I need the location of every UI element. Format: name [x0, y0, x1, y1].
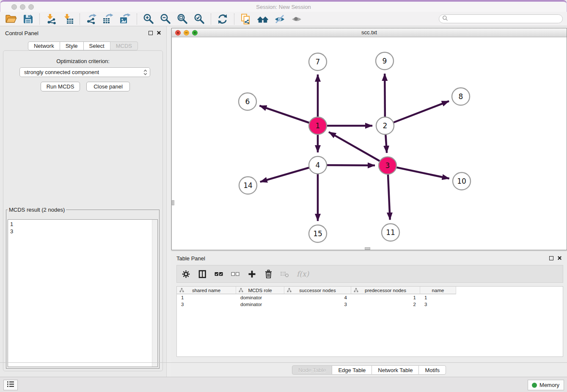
task-history-button[interactable]	[3, 380, 18, 390]
graph-node-14[interactable]: 14	[239, 177, 257, 194]
import-network-button[interactable]	[43, 12, 60, 26]
table-cell[interactable]: 3	[177, 301, 236, 308]
search-input[interactable]	[448, 16, 562, 22]
graph-node-15[interactable]: 15	[309, 225, 327, 243]
frame-minimize-icon[interactable]	[184, 30, 189, 36]
first-neighbors-button[interactable]	[254, 12, 271, 26]
column-header-shared-name[interactable]: shared name	[177, 287, 236, 294]
frame-close-icon[interactable]	[175, 30, 181, 36]
run-mcds-button[interactable]: Run MCDS	[41, 82, 80, 91]
table-cell[interactable]: 4	[284, 294, 351, 301]
main-toolbar	[0, 12, 567, 26]
float-panel-icon[interactable]	[149, 31, 153, 35]
network-view[interactable]: 7968124314101511	[172, 37, 567, 250]
table-cell[interactable]: 2	[351, 301, 420, 308]
export-network-button[interactable]	[83, 12, 100, 26]
tab-mcds[interactable]: MCDS	[110, 41, 138, 50]
column-header-name[interactable]: name	[420, 287, 456, 294]
show-columns-button[interactable]	[198, 270, 207, 278]
column-label: predecessor nodes	[351, 288, 420, 293]
deselect-all-button[interactable]	[231, 271, 240, 277]
close-table-panel-icon[interactable]	[557, 255, 562, 262]
save-session-button[interactable]	[19, 12, 36, 26]
tab-select[interactable]: Select	[83, 41, 110, 50]
column-header-predecessor-nodes[interactable]: predecessor nodes	[351, 287, 420, 294]
close-panel-button[interactable]: Close panel	[86, 82, 130, 91]
tab-style[interactable]: Style	[60, 41, 84, 50]
zoom-in-icon	[143, 13, 154, 25]
zoom-in-button[interactable]	[140, 12, 157, 26]
mcds-pane: Optimization criterion: strongly connect…	[3, 50, 163, 371]
table-cell[interactable]: dominator	[236, 301, 284, 308]
close-panel-icon[interactable]	[157, 30, 161, 36]
frame-maximize-icon[interactable]	[192, 30, 198, 36]
table-cell[interactable]: 1	[420, 294, 456, 301]
table-cell[interactable]: 3	[284, 301, 351, 308]
graph-node-8[interactable]: 8	[452, 88, 470, 105]
tab-node-table[interactable]: Node Table	[292, 365, 333, 375]
clone-network-button[interactable]	[237, 12, 254, 26]
graph-edge-3-10[interactable]	[388, 166, 449, 179]
network-frame-titlebar[interactable]: scc.txt	[172, 28, 567, 37]
refresh-network-button[interactable]	[214, 12, 231, 26]
tab-motifs[interactable]: Motifs	[418, 365, 446, 375]
graph-node-2[interactable]: 2	[376, 117, 394, 135]
column-header-mcds-role[interactable]: MCDS role	[236, 287, 284, 294]
export-image-button[interactable]	[117, 12, 134, 26]
table-row[interactable]: 1dominator411	[177, 294, 563, 301]
import-table-button[interactable]	[60, 12, 77, 26]
graph-node-9[interactable]: 9	[376, 52, 394, 70]
delete-table-button	[280, 271, 289, 278]
clone-network-icon	[240, 13, 252, 25]
column-label: name	[420, 288, 456, 293]
node-table: shared nameMCDS rolesuccessor nodesprede…	[176, 286, 563, 357]
mcds-result-area[interactable]: 13	[8, 219, 158, 367]
svg-text:3: 3	[385, 161, 390, 170]
table-cell[interactable]: 3	[420, 301, 456, 308]
hide-selected-button[interactable]	[271, 12, 288, 26]
select-all-button[interactable]	[214, 271, 223, 277]
table-body: 1dominator4113dominator323	[177, 294, 563, 308]
show-all-button[interactable]	[288, 12, 305, 26]
status-bar: Memory	[0, 377, 567, 392]
table-cell[interactable]: 1	[177, 294, 236, 301]
result-scrollbar[interactable]	[152, 220, 157, 367]
delete-row-button[interactable]	[264, 270, 273, 279]
graph-node-10[interactable]: 10	[453, 173, 471, 190]
graph-edge-3-1[interactable]	[329, 132, 388, 166]
table-cell[interactable]: dominator	[236, 294, 284, 301]
graph-node-1[interactable]: 1	[309, 117, 327, 135]
tab-network[interactable]: Network	[28, 41, 60, 50]
network-frame-title: scc.txt	[172, 28, 567, 37]
graph-node-6[interactable]: 6	[239, 93, 256, 110]
graph-node-3[interactable]: 3	[379, 157, 396, 174]
vertical-scroll-thumb[interactable]	[172, 200, 174, 205]
table-cell[interactable]: 1	[351, 294, 420, 301]
graph-edge-2-8[interactable]	[385, 101, 449, 126]
graph-node-11[interactable]: 11	[382, 224, 399, 241]
zoom-fit-button[interactable]	[174, 12, 191, 26]
tab-edge-table[interactable]: Edge Table	[332, 365, 372, 375]
open-session-button[interactable]	[3, 12, 19, 26]
graph-node-4[interactable]: 4	[309, 157, 327, 174]
tab-network-table[interactable]: Network Table	[372, 365, 419, 375]
toolbar-separator	[80, 14, 80, 25]
add-row-button[interactable]	[247, 270, 256, 278]
export-table-button[interactable]	[100, 12, 117, 26]
column-header-successor-nodes[interactable]: successor nodes	[284, 287, 351, 294]
horizontal-scroll-thumb[interactable]	[365, 247, 370, 250]
zoom-out-button[interactable]	[157, 12, 174, 26]
zoom-selected-button[interactable]	[191, 12, 208, 26]
search-box[interactable]	[439, 14, 563, 23]
zoom-out-icon	[160, 13, 171, 25]
settings-button[interactable]	[181, 270, 190, 278]
memory-button[interactable]: Memory	[528, 380, 564, 390]
tree-icon	[179, 288, 184, 293]
settings-icon	[182, 270, 190, 278]
graph-node-7[interactable]: 7	[309, 53, 327, 71]
table-row[interactable]: 3dominator323	[177, 301, 563, 308]
svg-text:15: 15	[313, 229, 322, 238]
search-icon	[442, 15, 448, 23]
criterion-dropdown[interactable]: strongly connected component	[19, 67, 150, 77]
float-table-panel-icon[interactable]	[549, 256, 553, 260]
